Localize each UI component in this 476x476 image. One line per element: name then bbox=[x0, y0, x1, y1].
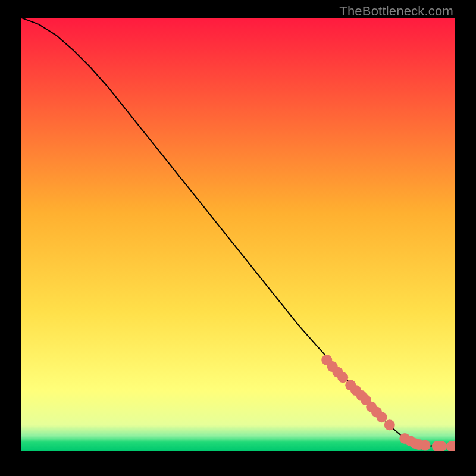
data-point bbox=[337, 372, 348, 383]
data-point bbox=[420, 440, 431, 451]
plot-area bbox=[21, 18, 455, 451]
data-point bbox=[377, 412, 387, 422]
watermark-text: TheBottleneck.com bbox=[339, 4, 453, 19]
plot-svg bbox=[21, 18, 455, 451]
curve-line bbox=[21, 18, 455, 447]
data-point bbox=[384, 419, 395, 430]
chart-stage: TheBottleneck.com bbox=[0, 0, 476, 476]
